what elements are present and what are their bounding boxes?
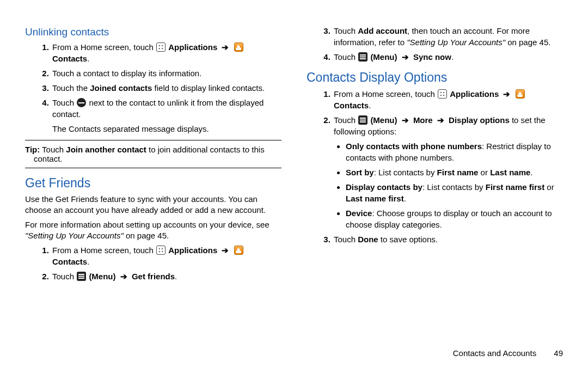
list-item: Touch a contact to display its informati…	[51, 68, 281, 79]
contact-icon	[234, 246, 243, 255]
menu-icon	[358, 115, 367, 125]
arrow-icon: ➔	[435, 115, 446, 125]
arrow-icon: ➔	[501, 89, 512, 99]
arrow-icon: ➔	[400, 52, 411, 62]
getfriends-steps: From a Home screen, touch Applications ➔…	[25, 244, 281, 282]
page-number: 49	[554, 348, 563, 358]
apps-grid-icon	[438, 89, 447, 99]
menu-icon	[77, 272, 86, 281]
arrow-icon: ➔	[219, 246, 231, 255]
list-item: Touch Done to save options.	[333, 234, 563, 245]
page-footer: Contacts and Accounts 49	[0, 348, 588, 358]
list-item: Device: Choose groups to display or touc…	[346, 207, 563, 230]
menu-icon	[358, 52, 367, 62]
getfriends-steps-cont: Touch Add account, then touch an account…	[307, 25, 563, 63]
arrow-icon: ➔	[400, 115, 411, 125]
list-item: From a Home screen, touch Applications ➔…	[333, 88, 563, 111]
heading-display-options: Contacts Display Options	[307, 70, 563, 85]
list-item: Only contacts with phone numbers: Restri…	[346, 140, 563, 163]
paragraph: For more information about setting up ac…	[25, 219, 281, 242]
list-item: Touch (Menu) ➔ Sync now.	[333, 51, 563, 63]
apps-grid-icon	[156, 42, 166, 52]
page-body: Unlinking contacts From a Home screen, t…	[0, 0, 588, 348]
contact-icon	[234, 42, 243, 52]
tip-block: Tip: Touch Join another contact to join …	[25, 140, 281, 168]
list-item: From a Home screen, touch Applications ➔…	[51, 244, 281, 267]
list-item: Touch the Joined contacts field to displ…	[51, 82, 281, 94]
list-item: Display contacts by: List contacts by Fi…	[346, 181, 563, 204]
unlink-steps: From a Home screen, touch Applications ➔…	[25, 41, 281, 134]
list-item: From a Home screen, touch Applications ➔…	[51, 41, 281, 64]
list-item: Touch Add account, then touch an account…	[333, 25, 563, 48]
display-options-bullets: Only contacts with phone numbers: Restri…	[334, 140, 563, 230]
list-item: Touch (Menu) ➔ Get friends.	[51, 271, 281, 282]
list-item: Touch (Menu) ➔ More ➔ Display options to…	[333, 114, 563, 230]
remove-circle-icon	[77, 98, 86, 107]
arrow-icon: ➔	[219, 42, 231, 52]
heading-get-friends: Get Friends	[25, 176, 281, 191]
contact-icon	[516, 89, 525, 99]
list-item: Touch next to the contact to unlink it f…	[51, 97, 281, 134]
apps-grid-icon	[156, 246, 166, 255]
heading-unlinking: Unlinking contacts	[25, 26, 281, 38]
paragraph: Use the Get Friends feature to sync with…	[25, 194, 281, 216]
list-item: Sort by: List contacts by First name or …	[346, 167, 563, 178]
note-text: The Contacts separated message displays.	[52, 123, 281, 134]
display-steps: From a Home screen, touch Applications ➔…	[307, 88, 563, 245]
arrow-icon: ➔	[118, 272, 130, 281]
section-title: Contacts and Accounts	[453, 348, 536, 358]
